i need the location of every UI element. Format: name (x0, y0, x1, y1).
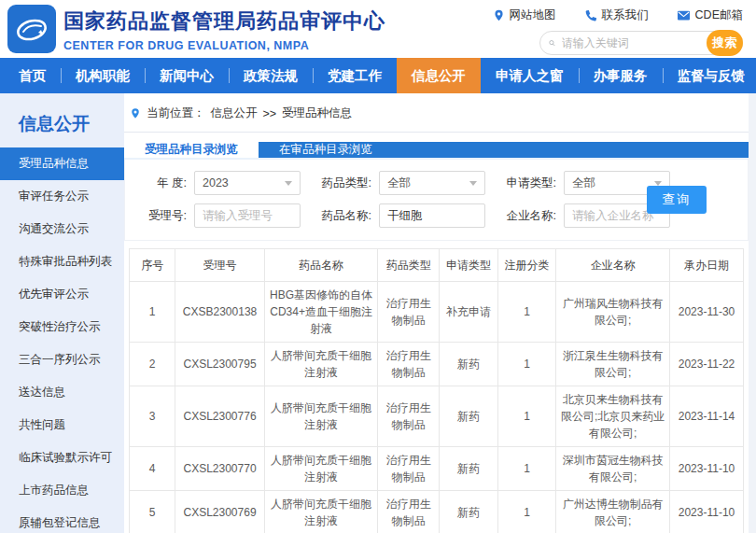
table-cell: 1 (497, 282, 556, 343)
main-nav: 首页机构职能新闻中心政策法规党建工作信息公开申请人之窗办事服务监督与反馈登记备案… (0, 58, 756, 93)
sitemap-label: 网站地图 (510, 7, 556, 23)
filter-panel: 年 度: 2023 药品类型: 全部 申请类型: 全部 (124, 158, 749, 241)
table-cell: CXSL2300776 (175, 386, 264, 447)
table-cell: 治疗用生物制品 (378, 343, 440, 386)
table-cell: 治疗用生物制品 (378, 282, 440, 343)
nav-item-2[interactable]: 新闻中心 (145, 58, 229, 93)
sidebar-title: 信息公开 (0, 105, 124, 147)
breadcrumb-current[interactable]: 受理品种信息 (282, 105, 352, 121)
nav-item-3[interactable]: 政策法规 (229, 58, 313, 93)
cde-logo (7, 5, 56, 53)
filter-drug-name: 药品名称: (312, 203, 485, 228)
contact-link[interactable]: 联系我们 (584, 7, 649, 23)
table-row[interactable]: 1CXSB2300138HBG基因修饰的自体CD34+造血干细胞注射液治疗用生物… (130, 282, 744, 343)
column-header-0: 序号 (130, 249, 175, 282)
table-cell: 4 (130, 447, 175, 491)
mailbox-link[interactable]: CDE邮箱 (677, 7, 743, 23)
table-cell: 新药 (440, 386, 498, 447)
apply-type-label: 申请类型: (497, 175, 556, 191)
table-cell: CXSB2300138 (175, 282, 264, 343)
tab-1[interactable]: 在审品种目录浏览 (259, 142, 393, 158)
table-cell: 北京贝来生物科技有限公司;北京贝来药业有限公司; (556, 386, 670, 447)
location-pin-icon (130, 106, 141, 120)
nav-item-1[interactable]: 机构职能 (61, 58, 145, 93)
nav-item-5[interactable]: 信息公开 (397, 58, 481, 93)
table-row[interactable]: 3CXSL2300776人脐带间充质干细胞注射液治疗用生物制品新药1北京贝来生物… (130, 386, 744, 447)
table-cell: 深圳市茵冠生物科技有限公司; (556, 447, 670, 491)
table-cell: 广州达博生物制品有限公司; (556, 491, 670, 533)
table-cell: 新药 (440, 343, 498, 386)
results-table: 序号受理号药品名称药品类型申请类型注册分类企业名称承办日期 1CXSB23001… (129, 248, 744, 533)
drug-name-label: 药品名称: (312, 208, 371, 224)
sidebar-item-6[interactable]: 三合一序列公示 (0, 344, 124, 376)
table-row[interactable]: 2CXSL2300795人脐带间充质干细胞注射液治疗用生物制品新药1浙江泉生生物… (130, 343, 744, 386)
filter-acceptance-no: 受理号: (127, 203, 301, 228)
table-cell: 人脐带间充质干细胞注射液 (264, 491, 378, 533)
sidebar-items: 受理品种信息审评任务公示沟通交流公示特殊审批品种列表优先审评公示突破性治疗公示三… (0, 147, 124, 533)
breadcrumb: 当前位置： 信息公开 >> 受理品种信息 (124, 93, 749, 133)
table-row[interactable]: 5CXSL2300769人脐带间充质干细胞注射液治疗用生物制品新药1广州达博生物… (130, 491, 744, 533)
table-cell: 人脐带间充质干细胞注射液 (264, 447, 378, 491)
nav-item-6[interactable]: 申请人之窗 (481, 58, 579, 93)
table-cell: 2023-11-30 (669, 282, 743, 343)
table-cell: 2023-11-14 (669, 386, 743, 447)
column-header-2: 药品名称 (264, 249, 378, 282)
company-label: 企业名称: (497, 208, 556, 224)
search-button[interactable]: 搜索 (707, 30, 743, 56)
mailbox-label: CDE邮箱 (695, 7, 743, 23)
sidebar-item-4[interactable]: 优先审评公示 (0, 278, 124, 311)
year-select[interactable]: 2023 (194, 171, 301, 195)
sidebar-item-10[interactable]: 上市药品信息 (0, 474, 124, 507)
site-subtitle: CENTER FOR DRUG EVALUATION, NMPA (63, 39, 385, 52)
breadcrumb-prefix: 当前位置： (147, 105, 205, 121)
query-button[interactable]: 查询 (647, 186, 707, 214)
table-cell: 人脐带间充质干细胞注射液 (264, 343, 378, 386)
filter-company: 企业名称: (497, 203, 670, 228)
sidebar: 信息公开 受理品种信息审评任务公示沟通交流公示特殊审批品种列表优先审评公示突破性… (0, 93, 124, 533)
acceptance-no-input[interactable] (203, 209, 292, 222)
breadcrumb-section[interactable]: 信息公开 (211, 105, 258, 121)
site-header: 国家药品监督管理局药品审评中心 CENTER FOR DRUG EVALUATI… (0, 0, 756, 58)
table-cell: 治疗用生物制品 (378, 386, 440, 447)
year-label: 年 度: (127, 175, 187, 191)
nav-item-7[interactable]: 办事服务 (579, 58, 663, 93)
contact-label: 联系我们 (602, 7, 649, 23)
year-select-value: 2023 (203, 176, 229, 189)
table-cell: 人脐带间充质干细胞注射液 (264, 386, 378, 447)
sidebar-item-3[interactable]: 特殊审批品种列表 (0, 245, 124, 278)
sidebar-item-0[interactable]: 受理品种信息 (0, 147, 124, 180)
nav-item-4[interactable]: 党建工作 (313, 58, 397, 93)
search-icon (549, 36, 555, 49)
table-cell: 浙江泉生生物科技有限公司; (556, 343, 670, 386)
column-header-1: 受理号 (175, 249, 264, 282)
sidebar-item-9[interactable]: 临床试验默示许可 (0, 442, 124, 474)
sidebar-item-8[interactable]: 共性问题 (0, 409, 124, 442)
sidebar-item-2[interactable]: 沟通交流公示 (0, 213, 124, 245)
chevron-down-icon (654, 181, 662, 186)
drug-type-select[interactable]: 全部 (379, 171, 485, 195)
table-row[interactable]: 4CXSL2300770人脐带间充质干细胞注射液治疗用生物制品新药1深圳市茵冠生… (130, 447, 744, 491)
table-header-row: 序号受理号药品名称药品类型申请类型注册分类企业名称承办日期 (130, 249, 744, 282)
table-cell: CXSL2300770 (175, 447, 264, 491)
tab-0[interactable]: 受理品种目录浏览 (124, 142, 259, 158)
apply-type-select-value: 全部 (572, 175, 595, 191)
table-cell: 1 (497, 386, 556, 447)
nav-item-0[interactable]: 首页 (4, 58, 61, 93)
drug-name-input[interactable] (387, 209, 477, 222)
table-cell: CXSL2300795 (175, 343, 264, 386)
table-cell: 治疗用生物制品 (378, 491, 440, 533)
sidebar-item-1[interactable]: 审评任务公示 (0, 180, 124, 213)
column-header-7: 承办日期 (669, 249, 743, 282)
acceptance-no-label: 受理号: (127, 208, 187, 224)
sidebar-item-11[interactable]: 原辅包登记信息 (0, 507, 124, 533)
page-body: 信息公开 受理品种信息审评任务公示沟通交流公示特殊审批品种列表优先审评公示突破性… (0, 93, 756, 533)
sidebar-item-7[interactable]: 送达信息 (0, 376, 124, 409)
column-header-5: 注册分类 (497, 249, 556, 282)
search-input[interactable] (555, 36, 707, 49)
sitemap-link[interactable]: 网站地图 (493, 7, 556, 23)
table-cell: 2023-11-10 (669, 447, 743, 491)
table-cell: 2023-11-22 (669, 343, 743, 386)
chevron-down-icon (469, 181, 477, 186)
nav-item-8[interactable]: 监督与反馈 (663, 58, 756, 93)
sidebar-item-5[interactable]: 突破性治疗公示 (0, 311, 124, 344)
